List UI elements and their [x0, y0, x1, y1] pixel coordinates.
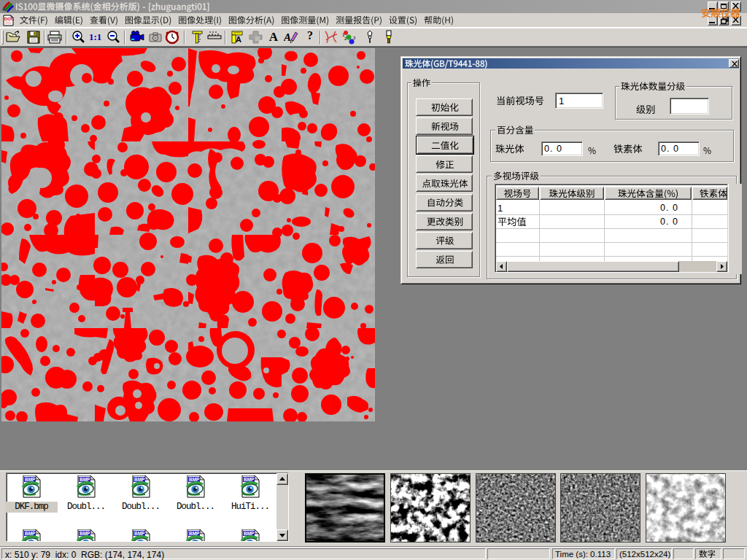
svg-text:3: 3 [353, 36, 356, 40]
svg-text:A: A [284, 31, 291, 43]
svg-text:DOC: DOC [4, 17, 15, 21]
svg-text:A: A [236, 35, 241, 44]
